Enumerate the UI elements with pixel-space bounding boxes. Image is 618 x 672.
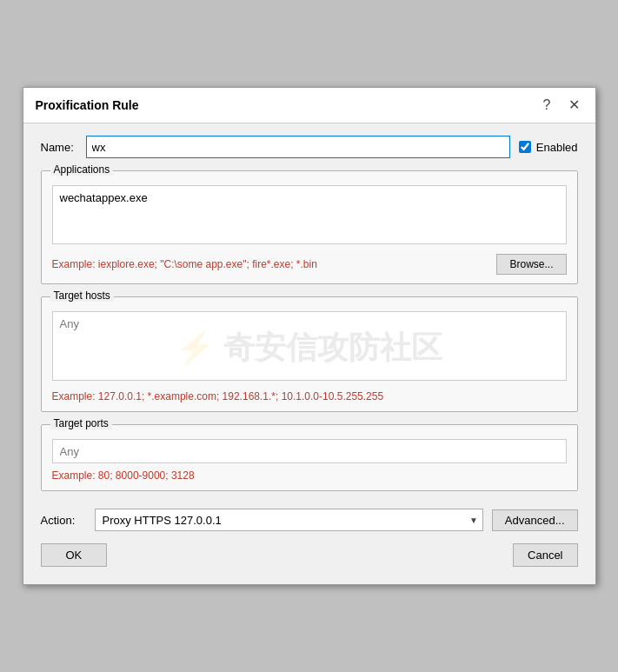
target-ports-input[interactable] (52, 439, 567, 463)
target-ports-content: Example: 80; 8000-9000; 3128 (52, 439, 567, 482)
applications-section: Applications wechatappex.exe Example: ie… (41, 170, 578, 284)
applications-footer: Example: iexplore.exe; "C:\some app.exe"… (52, 254, 567, 275)
target-hosts-example: Example: 127.0.0.1; *.example.com; 192.1… (52, 390, 567, 403)
help-button[interactable]: ? (540, 96, 555, 114)
cancel-button[interactable]: Cancel (513, 543, 577, 567)
name-input[interactable] (86, 136, 510, 158)
action-label: Action: (41, 514, 86, 527)
target-hosts-footer: Example: 127.0.0.1; *.example.com; 192.1… (52, 390, 567, 403)
target-hosts-section: Target hosts ⚡ 奇安信攻防社区 Example: 127.0.0.… (41, 296, 578, 412)
target-ports-section: Target ports Example: 80; 8000-9000; 312… (41, 424, 578, 491)
applications-textarea[interactable]: wechatappex.exe (52, 185, 567, 244)
applications-content: wechatappex.exe Example: iexplore.exe; "… (52, 185, 567, 275)
target-hosts-content: ⚡ 奇安信攻防社区 Example: 127.0.0.1; *.example.… (52, 311, 567, 403)
ok-button[interactable]: OK (41, 543, 108, 567)
enabled-row: Enabled (519, 141, 578, 154)
target-hosts-legend: Target hosts (50, 289, 114, 302)
title-bar-left: Proxification Rule (36, 98, 139, 112)
advanced-button[interactable]: Advanced... (492, 509, 578, 531)
applications-legend: Applications (50, 163, 114, 176)
enabled-checkbox[interactable] (519, 141, 531, 153)
applications-example: Example: iexplore.exe; "C:\some app.exe"… (52, 258, 497, 270)
name-label: Name: (41, 141, 77, 154)
action-select[interactable]: Proxy HTTPS 127.0.0.1 Direct Block (95, 509, 483, 531)
dialog-title: Proxification Rule (36, 98, 139, 112)
action-row: Action: Proxy HTTPS 127.0.0.1 Direct Blo… (41, 503, 578, 536)
close-button[interactable]: ✕ (565, 96, 583, 114)
target-hosts-textarea[interactable] (52, 311, 567, 381)
name-row: Name: Enabled (41, 136, 578, 158)
target-ports-legend: Target ports (50, 417, 112, 429)
dialog-body: Name: Enabled Applications wechatappex.e… (23, 123, 595, 584)
enabled-label[interactable]: Enabled (536, 141, 578, 154)
browse-button[interactable]: Browse... (496, 254, 566, 275)
target-ports-example: Example: 80; 8000-9000; 3128 (52, 469, 195, 482)
action-select-wrapper: Proxy HTTPS 127.0.0.1 Direct Block ▼ (95, 509, 483, 531)
bottom-row: OK Cancel (41, 536, 578, 570)
title-bar-right: ? ✕ (540, 96, 583, 114)
title-bar: Proxification Rule ? ✕ (23, 88, 595, 123)
proxification-rule-dialog: Proxification Rule ? ✕ Name: Enabled App… (23, 87, 596, 585)
